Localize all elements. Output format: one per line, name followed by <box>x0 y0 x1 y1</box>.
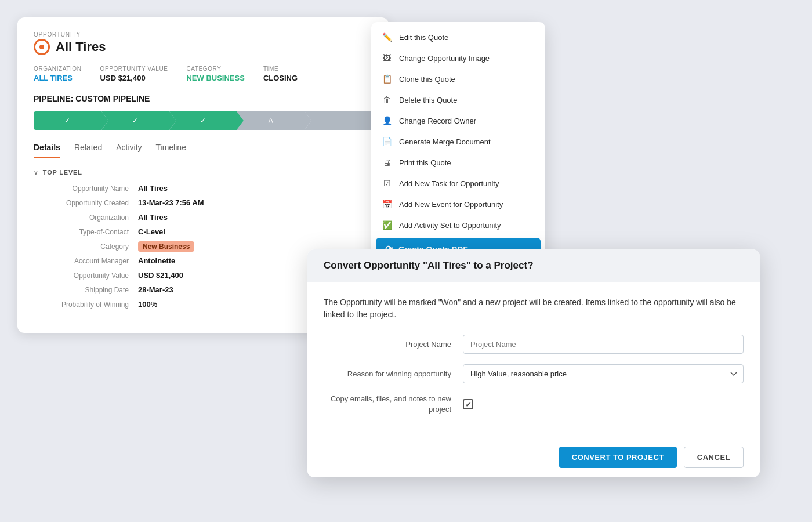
context-menu: ✏️ Edit this Quote 🖼 Change Opportunity … <box>371 22 545 267</box>
opportunity-icon <box>34 39 50 55</box>
value-label: OPPORTUNITY VALUE <box>100 66 168 72</box>
menu-add-activity[interactable]: ✅ Add Activity Set to Opportunity <box>371 215 545 235</box>
convert-to-project-button[interactable]: CONVERT TO PROJECT <box>559 447 677 468</box>
section-header: ∨ TOP LEVEL <box>34 169 372 176</box>
label-manager: Account Manager <box>34 257 138 265</box>
tabs-row: Details Related Activity Timeline <box>34 143 372 158</box>
convert-dialog: Convert Opportunity "All Tires" to a Pro… <box>307 249 760 477</box>
checkbox-checkmark: ✓ <box>465 400 472 409</box>
menu-change-image[interactable]: 🖼 Change Opportunity Image <box>371 48 545 68</box>
image-icon: 🖼 <box>382 53 392 63</box>
section-title: TOP LEVEL <box>43 169 82 176</box>
menu-edit-quote[interactable]: ✏️ Edit this Quote <box>371 27 545 48</box>
pipeline-step-1: ✓ <box>34 111 102 130</box>
copy-row: Copy emails, files, and notes to new pro… <box>324 394 744 415</box>
meta-time: TIME CLOSING <box>263 66 298 82</box>
chevron-down-icon: ∨ <box>34 169 38 176</box>
task-icon: ☑ <box>382 178 392 188</box>
value-opp-name: All Tires <box>138 184 168 193</box>
opportunity-type-label: OPPORTUNITY <box>34 31 372 38</box>
pipeline-label: PIPELINE: CUSTOM PIPELINE <box>34 94 372 103</box>
menu-add-activity-label: Add Activity Set to Opportunity <box>399 221 501 230</box>
menu-change-image-label: Change Opportunity Image <box>399 54 490 63</box>
menu-merge-doc-label: Generate Merge Document <box>399 137 491 146</box>
org-value: ALL TIRES <box>34 74 82 82</box>
menu-delete-quote[interactable]: 🗑 Delete this Quote <box>371 89 545 110</box>
value-value: USD $21,400 <box>100 74 168 82</box>
copy-checkbox[interactable]: ✓ <box>463 399 473 409</box>
menu-merge-doc[interactable]: 📄 Generate Merge Document <box>371 131 545 152</box>
dialog-title: Convert Opportunity "All Tires" to a Pro… <box>324 260 534 271</box>
menu-clone-quote[interactable]: 📋 Clone this Quote <box>371 68 545 89</box>
menu-add-task[interactable]: ☑ Add New Task for Opportunity <box>371 173 545 194</box>
menu-edit-quote-label: Edit this Quote <box>399 33 448 42</box>
tab-timeline[interactable]: Timeline <box>156 143 186 158</box>
dialog-header: Convert Opportunity "All Tires" to a Pro… <box>307 249 760 282</box>
menu-add-event[interactable]: 📅 Add New Event for Opportunity <box>371 194 545 215</box>
copy-label: Copy emails, files, and notes to new pro… <box>324 394 463 415</box>
meta-value: OPPORTUNITY VALUE USD $21,400 <box>100 66 168 82</box>
time-value: CLOSING <box>263 74 298 82</box>
menu-print-quote-label: Print this Quote <box>399 158 451 167</box>
tab-activity[interactable]: Activity <box>116 143 142 158</box>
detail-row-org: Organization All Tires <box>34 213 372 222</box>
tab-details[interactable]: Details <box>34 143 60 158</box>
menu-change-owner[interactable]: 👤 Change Record Owner <box>371 110 545 131</box>
reason-row: Reason for winning opportunity High Valu… <box>324 364 744 383</box>
merge-icon: 📄 <box>382 136 392 147</box>
dialog-footer: CONVERT TO PROJECT CANCEL <box>307 437 760 477</box>
delete-icon: 🗑 <box>382 95 392 105</box>
reason-label: Reason for winning opportunity <box>324 369 463 378</box>
pipeline-step-2: ✓ <box>102 111 169 130</box>
value-contact: C-Level <box>138 227 165 236</box>
category-badge: New Business <box>138 241 194 252</box>
opportunity-title: All Tires <box>56 39 106 55</box>
detail-row-contact: Type-of-Contact C-Level <box>34 227 372 236</box>
cancel-button[interactable]: CANCEL <box>684 447 744 468</box>
opportunity-meta: ORGANIZATION ALL TIRES OPPORTUNITY VALUE… <box>34 66 372 82</box>
value-org: All Tires <box>138 213 168 222</box>
owner-icon: 👤 <box>382 115 392 126</box>
activity-icon: ✅ <box>382 220 392 230</box>
menu-add-task-label: Add New Task for Opportunity <box>399 179 499 188</box>
label-contact: Type-of-Contact <box>34 228 138 236</box>
pipeline-steps: ✓ ✓ ✓ A <box>34 111 372 130</box>
menu-add-event-label: Add New Event for Opportunity <box>399 200 503 209</box>
label-category: Category <box>34 242 138 251</box>
meta-category: CATEGORY NEW BUSINESS <box>186 66 244 82</box>
pipeline-step-5 <box>304 111 372 130</box>
label-opp-value: Opportunity Value <box>34 271 138 280</box>
print-icon: 🖨 <box>382 157 392 168</box>
dialog-description: The Opportunity will be marked "Won" and… <box>324 296 744 321</box>
value-category: New Business <box>138 242 194 251</box>
menu-change-owner-label: Change Record Owner <box>399 117 476 125</box>
category-label: CATEGORY <box>186 66 244 72</box>
label-probability: Probability of Winning <box>34 300 138 309</box>
org-label: ORGANIZATION <box>34 66 82 72</box>
meta-organization: ORGANIZATION ALL TIRES <box>34 66 82 82</box>
menu-delete-quote-label: Delete this Quote <box>399 96 457 104</box>
value-probability: 100% <box>138 300 157 309</box>
value-manager: Antoinette <box>138 256 175 265</box>
menu-clone-quote-label: Clone this Quote <box>399 75 455 84</box>
pipeline-step-3: ✓ <box>169 111 237 130</box>
tab-related[interactable]: Related <box>74 143 102 158</box>
time-label: TIME <box>263 66 298 72</box>
detail-row-opp-name: Opportunity Name All Tires <box>34 184 372 193</box>
project-name-row: Project Name <box>324 335 744 354</box>
value-shipping: 28-Mar-23 <box>138 285 173 294</box>
label-opp-name: Opportunity Name <box>34 184 138 193</box>
value-opp-value: USD $21,400 <box>138 271 183 280</box>
project-name-input[interactable] <box>463 335 744 354</box>
category-value: NEW BUSINESS <box>186 74 244 82</box>
menu-print-quote[interactable]: 🖨 Print this Quote <box>371 152 545 173</box>
clone-icon: 📋 <box>382 74 392 84</box>
value-opp-created: 13-Mar-23 7:56 AM <box>138 198 204 207</box>
event-icon: 📅 <box>382 199 392 209</box>
dialog-body: The Opportunity will be marked "Won" and… <box>307 282 760 437</box>
project-name-label: Project Name <box>324 340 463 349</box>
copy-checkbox-wrapper: ✓ <box>463 399 473 409</box>
reason-select[interactable]: High Value, reasonable price Good relati… <box>463 364 744 383</box>
pipeline-step-4: A <box>237 111 304 130</box>
label-org: Organization <box>34 213 138 222</box>
